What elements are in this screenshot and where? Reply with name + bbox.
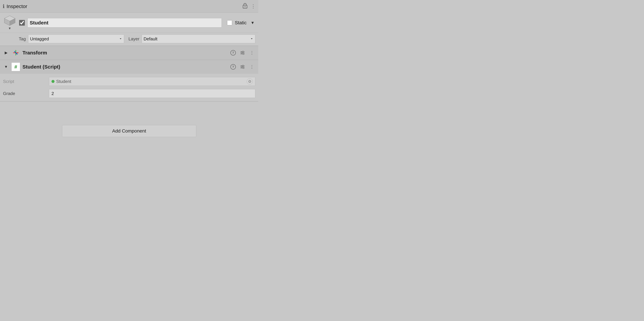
svg-text:?: ? [232, 65, 234, 68]
tag-label: Tag [19, 36, 26, 41]
svg-point-17 [242, 51, 244, 52]
script-field-text: Student [56, 79, 245, 84]
svg-point-25 [242, 65, 244, 66]
layer-dropdown[interactable]: Default [142, 34, 255, 43]
student-script-settings-button[interactable] [239, 63, 246, 70]
tag-layer-row: Tag Untagged Layer Default [0, 33, 258, 46]
add-component-button[interactable]: Add Component [62, 125, 196, 137]
grade-field-label: Grade [3, 91, 46, 96]
script-field-value: Student ⊙ [49, 77, 255, 86]
transform-menu-button[interactable]: ⋮ [248, 49, 255, 56]
student-script-actions: ? ⋮ [230, 63, 255, 70]
info-icon: ℹ [3, 3, 4, 9]
transform-settings-button[interactable] [239, 49, 246, 56]
student-script-help-button[interactable]: ? [230, 63, 236, 70]
svg-point-18 [241, 52, 242, 53]
add-component-area: Add Component [0, 101, 258, 160]
grade-field-row: Grade [3, 87, 255, 99]
inspector-title: Inspector [6, 3, 240, 9]
student-script-title: Student (Script) [22, 64, 228, 70]
script-field-row: Script Student ⊙ [3, 75, 255, 87]
tag-dropdown[interactable]: Untagged [28, 34, 124, 43]
script-hash-symbol: # [14, 64, 17, 70]
transform-expand-button[interactable]: ▶ [3, 50, 9, 56]
svg-point-26 [241, 66, 242, 67]
script-field-label: Script [3, 79, 46, 84]
svg-marker-9 [18, 52, 19, 53]
cube-icon [4, 15, 16, 26]
script-dot-icon [52, 80, 54, 83]
student-script-component: ▼ # Student (Script) ? [0, 60, 258, 101]
inspector-panel: ℹ Inspector ⋮ ▼ Static [0, 0, 258, 160]
transform-component-header: ▶ Transform ? [0, 46, 258, 60]
cube-dropdown-arrow[interactable]: ▼ [8, 26, 12, 30]
inspector-header: ℹ Inspector ⋮ [0, 0, 258, 13]
transform-icon [12, 48, 20, 57]
transform-actions: ? ⋮ [230, 49, 255, 56]
transform-component: ▶ Transform ? [0, 46, 258, 60]
script-icon: # [12, 62, 20, 71]
transform-title: Transform [22, 50, 228, 56]
student-script-menu-button[interactable]: ⋮ [248, 63, 255, 70]
svg-point-27 [243, 67, 244, 69]
lock-icon[interactable] [242, 3, 248, 10]
student-script-content: Script Student ⊙ Grade [0, 74, 258, 101]
gameobject-icon-wrapper: ▼ [3, 15, 16, 30]
svg-point-1 [245, 6, 246, 7]
student-script-header: ▼ # Student (Script) ? [0, 60, 258, 74]
layer-label: Layer [128, 36, 139, 41]
student-script-expand-button[interactable]: ▼ [3, 64, 9, 70]
static-checkbox[interactable] [227, 20, 232, 25]
transform-help-button[interactable]: ? [230, 49, 236, 56]
grade-field-input[interactable] [49, 89, 255, 98]
script-target-button[interactable]: ⊙ [247, 78, 253, 84]
static-dropdown-button[interactable]: ▼ [250, 20, 255, 25]
gameobject-enabled-checkbox[interactable] [19, 20, 25, 26]
gameobject-name-input[interactable] [28, 18, 222, 27]
svg-marker-7 [15, 50, 16, 51]
gameobject-row: ▼ Static ▼ [0, 13, 258, 33]
svg-text:?: ? [232, 51, 234, 54]
static-label: Static [235, 20, 246, 25]
kebab-menu-icon[interactable]: ⋮ [251, 3, 256, 9]
svg-point-19 [243, 53, 244, 55]
